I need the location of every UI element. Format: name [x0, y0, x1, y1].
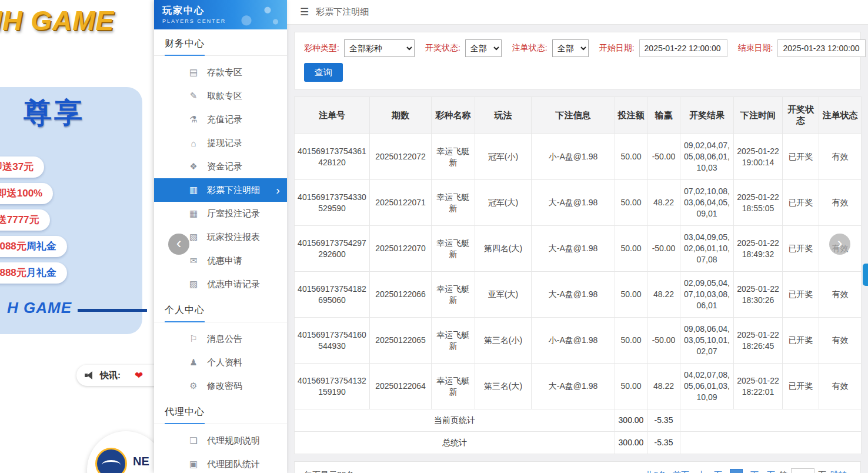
sidebar-item-lottery-bet-details[interactable]: ▥彩票下注明细› [154, 178, 287, 202]
promo-banner: 尊享 0元 即送37元首存 即送100%注 即送7777元加赠1088元周礼金加… [0, 87, 142, 334]
table-cell: 09,08,06,04,03,05,10,01,02,07 [680, 318, 734, 364]
withdrawal-record-icon: ⌂ [188, 138, 199, 148]
table-cell: 已开奖 [783, 272, 819, 318]
promo-pill-text: 月礼金 [26, 267, 56, 278]
side-tab[interactable] [863, 264, 868, 286]
table-cell: 大-A盘@1.98 [532, 180, 615, 226]
table-cell: 48.22 [647, 180, 680, 226]
query-button[interactable]: 查询 [304, 63, 343, 82]
first-page-link[interactable]: 首页 [673, 470, 689, 473]
next-page-link[interactable]: 下一页 [750, 470, 775, 473]
table-cell: 幸运飞艇新 [432, 318, 475, 364]
jump-prefix-label: 第 [779, 470, 787, 473]
column-header: 下注时间 [734, 97, 783, 134]
bet-status-label: 注单状态: [512, 43, 547, 54]
sidebar-item-label: 提现记录 [207, 138, 242, 149]
table-cell: 50.00 [615, 318, 647, 364]
table-cell: 幸运飞艇新 [432, 180, 475, 226]
table-cell: 50.00 [615, 180, 647, 226]
table-cell: 20250122066 [370, 272, 432, 318]
table-cell: 小-A盘@1.98 [532, 318, 615, 364]
sidebar-item-withdrawal-record[interactable]: ⌂提现记录 [154, 131, 287, 155]
prev-page-link[interactable]: 上一页 [697, 470, 722, 473]
table-cell: 有效 [819, 364, 862, 409]
sidebar-item-funds-record[interactable]: ❖资金记录 [154, 155, 287, 178]
column-header: 期数 [370, 97, 432, 134]
table-cell: 2025-01-22 18:22:01 [734, 364, 783, 409]
table-cell: 已开奖 [783, 318, 819, 364]
current-page-badge: 1 [730, 469, 743, 473]
promo-pill-text: 即送37元 [0, 161, 34, 172]
table-row: 40156917375433052959020250122071幸运飞艇新冠军(… [295, 180, 862, 226]
column-header: 玩法 [475, 97, 532, 134]
announcement-icon: ⚐ [188, 334, 199, 344]
sidebar-item-profile[interactable]: ♟个人资料 [154, 351, 287, 374]
sidebar-section-title-text: 代理中心 [165, 406, 205, 424]
promo-pill-list: 0元 即送37元首存 即送100%注 即送7777元加赠1088元周礼金加赠18… [0, 156, 67, 289]
page-size-label: 每页显示20条 [304, 470, 355, 473]
table-cell: 04,02,07,08,05,06,01,03,10,09 [680, 364, 734, 409]
sidebar-item-hall-bet-records[interactable]: ▦厅室投注记录 [154, 202, 287, 225]
sidebar-section-title-text: 个人中心 [165, 304, 205, 322]
promo-pill: 加赠1088元周礼金 [0, 236, 67, 257]
sidebar-item-agent-team[interactable]: ▣代理团队统计 [154, 452, 287, 473]
bet-status-select[interactable]: 全部 [552, 39, 589, 57]
table-cell: 401569173754182695060 [295, 272, 370, 318]
table-cell: 幸运飞艇新 [432, 272, 475, 318]
password-icon: ⚙ [188, 381, 199, 391]
menu-icon[interactable]: ☰ [300, 6, 309, 18]
table-cell: 大-A盘@1.98 [532, 364, 615, 409]
team-logo-icon [95, 448, 127, 473]
table-row: 40156917375418269506020250122066幸运飞艇新亚军(… [295, 272, 862, 318]
carousel-next-button[interactable]: › [829, 234, 850, 255]
sidebar-item-label: 代理团队统计 [207, 459, 260, 470]
pagination-controls: 共6条 首页 上一页 1 下一页 第 页 跳转 [645, 468, 851, 473]
sidebar-item-deposit[interactable]: ▤存款专区 [154, 61, 287, 84]
table-cell: 03,04,09,05,02,06,01,10,07,08 [680, 226, 734, 272]
table-cell: 07,02,10,08,03,06,04,05,09,01 [680, 180, 734, 226]
jump-button[interactable]: 跳转 [830, 470, 847, 473]
sidebar-item-agent-rules[interactable]: ❏代理规则说明 [154, 429, 287, 452]
chevron-right-icon: › [276, 184, 280, 196]
end-date-label: 结束日期: [738, 43, 773, 54]
sidebar-item-recharge-record[interactable]: ⚗充值记录 [154, 108, 287, 131]
carousel-prev-button[interactable]: ‹ [168, 234, 189, 255]
table-cell: 第四名(大) [475, 226, 532, 272]
sidebar-item-password[interactable]: ⚙修改密码 [154, 374, 287, 398]
summary-row: 总统计300.00-5.35 [295, 432, 862, 454]
sidebar-title: 玩家中心 [162, 5, 287, 17]
sidebar-section-title-text: 财务中心 [165, 38, 205, 56]
table-cell: 2025-01-22 18:55:05 [734, 180, 783, 226]
draw-status-select[interactable]: 全部 [465, 39, 502, 57]
column-header: 开奖状态 [783, 97, 819, 134]
sidebar-item-label: 优惠申请 [207, 255, 242, 267]
promo-footer-logo: H GAME [7, 299, 72, 317]
table-cell: 已开奖 [783, 180, 819, 226]
table-cell: 48.22 [647, 364, 680, 409]
sidebar-item-label: 个人资料 [207, 357, 242, 368]
column-header: 注单号 [295, 97, 370, 134]
promo-pill-text: 周礼金 [26, 241, 56, 252]
table-cell: 幸运飞艇新 [432, 364, 475, 409]
player-bet-report-icon: ▧ [188, 232, 199, 242]
sidebar-item-label: 充值记录 [207, 114, 242, 125]
sidebar-item-promo-apply-records[interactable]: ▨优惠申请记录 [154, 272, 287, 296]
table-cell: 02,09,05,04,07,10,03,08,06,01 [680, 272, 734, 318]
promo-footer: H GAME [7, 299, 147, 317]
start-date-input[interactable] [639, 39, 727, 57]
sidebar-item-withdraw[interactable]: ✎取款专区 [154, 84, 287, 108]
sidebar-item-announcement[interactable]: ⚐消息公告 [154, 327, 287, 351]
page-jump-input[interactable] [791, 468, 814, 473]
funds-record-icon: ❖ [188, 161, 199, 172]
table-cell: 幸运飞艇新 [432, 226, 475, 272]
draw-status-label: 开奖状态: [425, 43, 460, 54]
sidebar-item-label: 消息公告 [207, 334, 242, 345]
recharge-record-icon: ⚗ [188, 114, 199, 125]
table-cell: 401569173754361428120 [295, 134, 370, 180]
page-title: 彩票下注明细 [316, 6, 369, 18]
table-row: 40156917375429729260020250122070幸运飞艇新第四名… [295, 226, 862, 272]
table-cell: 亚军(大) [475, 272, 532, 318]
lottery-type-select[interactable]: 全部彩种 [344, 39, 415, 57]
end-date-input[interactable] [777, 39, 866, 57]
table-cell: 2025-01-22 19:00:14 [734, 134, 783, 180]
